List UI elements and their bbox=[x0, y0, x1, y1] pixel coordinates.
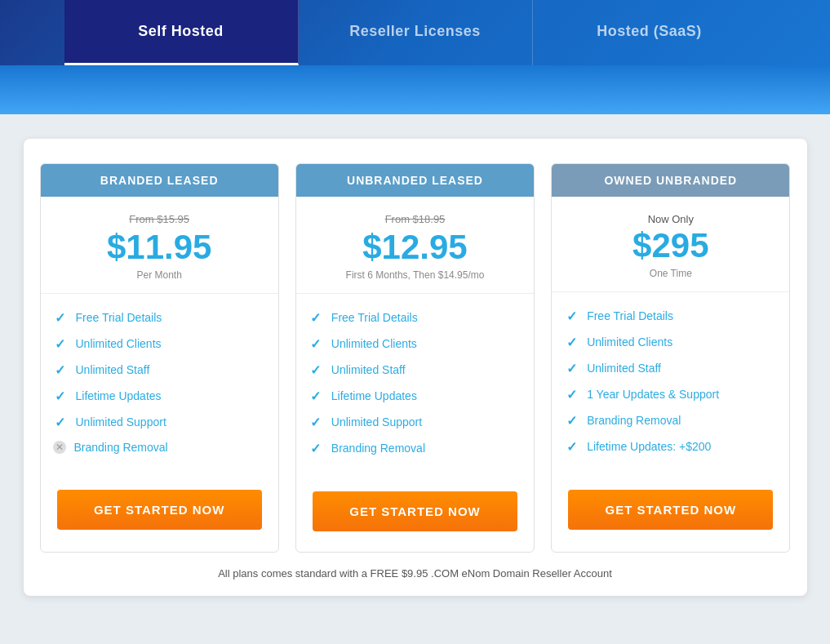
card-header-unbranded-leased: UNBRANDED LEASED bbox=[296, 164, 534, 197]
feature-label: 1 Year Updates & Support bbox=[587, 388, 719, 401]
check-icon: ✓ bbox=[564, 439, 579, 454]
tab-saas[interactable]: Hosted (SaaS) bbox=[533, 0, 766, 65]
cta-area: GET STARTED NOW bbox=[41, 482, 278, 550]
feature-item: ✓1 Year Updates & Support bbox=[564, 387, 777, 402]
feature-label: Free Trial Details bbox=[587, 309, 673, 322]
feature-item: ✓Unlimited Support bbox=[308, 415, 522, 429]
price-from: From $18.95 bbox=[304, 213, 526, 225]
feature-label: Branding Removal bbox=[74, 441, 168, 454]
check-icon: ✓ bbox=[564, 387, 579, 402]
footer-note: All plans comes standard with a FREE $9.… bbox=[40, 567, 791, 580]
feature-item: ✓Free Trial Details bbox=[564, 309, 777, 323]
feature-label: Lifetime Updates: +$200 bbox=[587, 440, 711, 453]
feature-item: ✓Free Trial Details bbox=[308, 310, 522, 325]
check-icon: ✓ bbox=[53, 362, 68, 377]
header: Self HostedReseller LicensesHosted (SaaS… bbox=[0, 0, 830, 65]
feature-label: Free Trial Details bbox=[76, 311, 162, 324]
card-owned-unbranded: OWNED UNBRANDEDNow Only$295One Time✓Free… bbox=[551, 163, 790, 553]
check-icon: ✓ bbox=[308, 415, 323, 429]
card-unbranded-leased: UNBRANDED LEASEDFrom $18.95$12.95First 6… bbox=[295, 163, 535, 553]
cta-area: GET STARTED NOW bbox=[552, 482, 789, 550]
check-icon: ✓ bbox=[308, 441, 323, 455]
feature-item: ✓Unlimited Support bbox=[53, 415, 266, 429]
feature-item: ✓Lifetime Updates bbox=[53, 389, 266, 403]
feature-label: Unlimited Staff bbox=[331, 363, 406, 376]
check-icon: ✓ bbox=[53, 389, 68, 403]
feature-label: Unlimited Clients bbox=[331, 337, 417, 350]
check-icon: ✓ bbox=[308, 362, 323, 377]
feature-label: Branding Removal bbox=[331, 442, 425, 455]
check-icon: ✓ bbox=[53, 336, 68, 351]
price-main: $12.95 bbox=[304, 229, 526, 266]
cards-wrapper: BRANDED LEASEDFrom $15.95$11.95Per Month… bbox=[24, 139, 807, 596]
x-icon: ✕ bbox=[53, 441, 66, 454]
price-period: Per Month bbox=[49, 269, 270, 281]
price-main: $295 bbox=[560, 227, 781, 264]
features-list: ✓Free Trial Details✓Unlimited Clients✓Un… bbox=[296, 294, 534, 483]
feature-item: ✓Free Trial Details bbox=[53, 310, 266, 325]
card-header-owned-unbranded: OWNED UNBRANDED bbox=[552, 164, 789, 197]
card-pricing-owned-unbranded: Now Only$295One Time bbox=[552, 197, 789, 292]
feature-item: ✓Lifetime Updates: +$200 bbox=[564, 439, 777, 454]
features-list: ✓Free Trial Details✓Unlimited Clients✓Un… bbox=[552, 292, 789, 482]
check-icon: ✓ bbox=[308, 389, 323, 403]
feature-item: ✓Unlimited Clients bbox=[308, 336, 522, 351]
cta-area: GET STARTED NOW bbox=[296, 483, 534, 552]
feature-label: Unlimited Clients bbox=[587, 335, 672, 349]
tab-reseller[interactable]: Reseller Licenses bbox=[299, 0, 533, 65]
get-started-button[interactable]: GET STARTED NOW bbox=[313, 491, 517, 531]
check-icon: ✓ bbox=[53, 415, 68, 429]
check-icon: ✓ bbox=[564, 309, 579, 323]
feature-label: Unlimited Staff bbox=[587, 362, 661, 375]
feature-label: Unlimited Clients bbox=[76, 337, 162, 350]
feature-item: ✓Lifetime Updates bbox=[308, 389, 522, 403]
feature-item: ✓Branding Removal bbox=[308, 441, 522, 455]
price-period: One Time bbox=[560, 268, 781, 279]
card-pricing-branded-leased: From $15.95$11.95Per Month bbox=[41, 197, 278, 294]
feature-item: ✓Unlimited Clients bbox=[53, 336, 266, 351]
check-icon: ✓ bbox=[53, 310, 68, 325]
feature-label: Unlimited Support bbox=[76, 415, 166, 429]
features-list: ✓Free Trial Details✓Unlimited Clients✓Un… bbox=[41, 294, 278, 482]
main-content: BRANDED LEASEDFrom $15.95$11.95Per Month… bbox=[0, 114, 830, 612]
check-icon: ✓ bbox=[308, 336, 323, 351]
feature-label: Lifetime Updates bbox=[331, 389, 417, 402]
feature-label: Unlimited Support bbox=[331, 415, 422, 429]
pricing-cards: BRANDED LEASEDFrom $15.95$11.95Per Month… bbox=[40, 163, 791, 553]
blue-band bbox=[0, 65, 830, 114]
check-icon: ✓ bbox=[564, 361, 579, 375]
feature-item: ✓Unlimited Clients bbox=[564, 335, 777, 349]
get-started-button[interactable]: GET STARTED NOW bbox=[568, 490, 773, 530]
feature-item: ✓Unlimited Staff bbox=[564, 361, 777, 375]
card-branded-leased: BRANDED LEASEDFrom $15.95$11.95Per Month… bbox=[40, 163, 279, 553]
feature-item: ✓Unlimited Staff bbox=[308, 362, 522, 377]
feature-label: Lifetime Updates bbox=[76, 389, 162, 402]
get-started-button[interactable]: GET STARTED NOW bbox=[57, 490, 262, 530]
feature-item: ✓Unlimited Staff bbox=[53, 362, 266, 377]
price-period: First 6 Months, Then $14.95/mo bbox=[304, 269, 526, 281]
price-from: From $15.95 bbox=[49, 213, 270, 225]
card-header-branded-leased: BRANDED LEASED bbox=[41, 164, 278, 197]
feature-label: Unlimited Staff bbox=[76, 363, 150, 376]
tab-self-hosted[interactable]: Self Hosted bbox=[64, 0, 299, 65]
feature-label: Branding Removal bbox=[587, 414, 681, 427]
check-icon: ✓ bbox=[564, 335, 579, 349]
price-now-label: Now Only bbox=[560, 213, 781, 225]
check-icon: ✓ bbox=[308, 310, 323, 325]
check-icon: ✓ bbox=[564, 413, 579, 428]
feature-item: ✓Branding Removal bbox=[564, 413, 777, 428]
tabs-container: Self HostedReseller LicensesHosted (SaaS… bbox=[64, 0, 766, 65]
price-main: $11.95 bbox=[49, 229, 270, 266]
feature-label: Free Trial Details bbox=[331, 311, 418, 324]
card-pricing-unbranded-leased: From $18.95$12.95First 6 Months, Then $1… bbox=[296, 197, 534, 294]
feature-item: ✕Branding Removal bbox=[53, 441, 266, 454]
